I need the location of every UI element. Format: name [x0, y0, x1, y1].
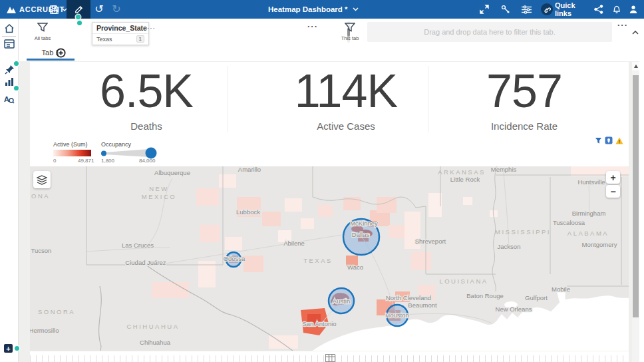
- heatmap-widget: 6.5K Deaths 114K Active Cases 757 Incide…: [30, 62, 629, 351]
- filter-drop-zone[interactable]: Drag and drop data here to filter this t…: [367, 22, 612, 42]
- quick-links-button[interactable]: [540, 0, 554, 19]
- zoom-in-button[interactable]: +: [606, 171, 620, 184]
- redo-button[interactable]: ↻: [109, 0, 124, 19]
- vertical-scrollbar[interactable]: [632, 62, 639, 362]
- filter-chip-notification-dot: [77, 21, 82, 25]
- layers-icon: [37, 175, 47, 185]
- undo-icon: ↺: [94, 4, 103, 15]
- account-button[interactable]: [627, 0, 640, 19]
- pencil-icon: [74, 5, 84, 15]
- map-widget-icon[interactable]: [605, 136, 613, 144]
- map-state-label: CHIHUAHUA: [127, 323, 180, 330]
- zoom-out-button[interactable]: −: [606, 185, 620, 198]
- undo-button[interactable]: ↺: [92, 0, 106, 19]
- pen-tool-icon: [501, 5, 510, 14]
- layers-button[interactable]: [33, 171, 51, 188]
- color-legend-title: Active (Sum): [53, 141, 88, 148]
- scrollbar-thumb[interactable]: [633, 75, 639, 317]
- fullscreen-button[interactable]: [478, 0, 491, 19]
- all-tabs-section-menu[interactable]: ···: [307, 21, 318, 31]
- collapsed-table-widget[interactable]: [30, 351, 629, 362]
- size-legend-min: 1,800: [101, 158, 114, 164]
- bell-icon: [612, 5, 621, 14]
- map-label: Little Rock: [450, 176, 480, 183]
- save-icon: [49, 5, 59, 15]
- dashboard-title-menu[interactable]: Heatmap Dashboard *: [268, 0, 359, 19]
- map-label: Las Cruces: [122, 242, 154, 249]
- map-label: McKinney: [350, 220, 378, 227]
- all-tabs-label: All tabs: [31, 35, 55, 41]
- redo-icon: ↻: [112, 4, 120, 15]
- dashboard-title: Heatmap Dashboard *: [268, 5, 348, 13]
- sidebar-item-charts[interactable]: [4, 76, 15, 87]
- color-legend-max: 49,871: [78, 158, 91, 164]
- quick-links-label-button[interactable]: Quick links: [555, 0, 593, 19]
- share-button[interactable]: [592, 0, 605, 19]
- heatmap-map[interactable]: Albuquerque Tucson Las Cruces Ciudad Juá…: [30, 166, 629, 351]
- sidebar-item-text-search[interactable]: A: [4, 94, 15, 104]
- map-label: Hermosillo: [30, 327, 59, 334]
- add-widget-button[interactable]: +: [4, 344, 13, 353]
- kpi-incidence-rate-value: 757: [428, 67, 621, 116]
- warning-icon[interactable]: [615, 137, 623, 144]
- scroll-up-button[interactable]: [632, 62, 639, 71]
- map-label: Tucson: [31, 247, 52, 254]
- map-label: Amarillo: [238, 166, 261, 173]
- left-sidebar: A +: [0, 19, 19, 362]
- this-tab-filter-button[interactable]: This tab: [337, 23, 363, 41]
- map-label: Birmingham: [572, 210, 606, 217]
- fullscreen-icon: [480, 5, 489, 14]
- sliders-icon: [522, 5, 532, 14]
- collapse-filterbar-button[interactable]: [632, 25, 639, 37]
- all-tabs-filter-button[interactable]: All tabs: [31, 23, 55, 41]
- kpi-deaths-value: 6.5K: [50, 67, 243, 116]
- kpi-incidence-rate-label: Incidence Rate: [428, 120, 621, 132]
- add-tab-button[interactable]: [56, 48, 66, 58]
- map-state-label: ARKANSAS: [438, 168, 486, 176]
- sidebar-item-home[interactable]: [4, 23, 15, 33]
- map-label: Huntsville: [577, 178, 605, 186]
- color-legend-gradient[interactable]: [53, 150, 91, 156]
- annotate-pen-button[interactable]: [499, 0, 512, 19]
- filter-chip-menu[interactable]: ···: [147, 25, 156, 32]
- filter-chip-province-state[interactable]: Province_State ··· Texas 1: [92, 22, 149, 45]
- map-state-label: ZONA: [30, 192, 50, 200]
- pin-icon: [5, 65, 15, 75]
- kpi-incidence-rate[interactable]: 757 Incidence Rate: [428, 67, 621, 132]
- home-icon: [4, 23, 15, 33]
- settings-sliders-button[interactable]: [520, 0, 533, 19]
- map-label: Austin: [333, 297, 350, 305]
- tab-filters-menu[interactable]: ···: [617, 20, 628, 30]
- applied-filter-icon[interactable]: [595, 137, 602, 144]
- size-legend-max: 84,000: [139, 158, 155, 164]
- map-label: Ciudad Juárez: [125, 259, 166, 266]
- map-state-label: ALABAMA: [567, 230, 609, 237]
- tab-tab1[interactable]: Tab 1: [27, 45, 75, 60]
- kpi-active-cases-value: 114K: [249, 67, 442, 116]
- color-legend-min: 0: [53, 158, 56, 164]
- chevron-down-icon: [353, 7, 359, 11]
- save-button[interactable]: [47, 0, 61, 19]
- map-label: Memphis: [491, 166, 517, 173]
- kpi-deaths-label: Deaths: [50, 120, 243, 132]
- archive-box-icon: [4, 39, 15, 49]
- kpi-active-cases[interactable]: 114K Active Cases: [249, 67, 442, 132]
- funnel-icon: [345, 23, 355, 32]
- map-label: Lubbock: [236, 208, 260, 216]
- kpi-deaths[interactable]: 6.5K Deaths: [50, 67, 243, 132]
- bar-chart-icon: [5, 77, 14, 86]
- map-label: Tuscaloosa: [553, 219, 585, 226]
- app-window: ACCRUENT ↺ ↻ Heatmap Dashboard *: [0, 0, 644, 362]
- filter-count-badge: 1: [136, 35, 144, 43]
- map-state-label: TEXAS: [303, 257, 333, 264]
- map-state-label: NEW: [149, 185, 169, 192]
- svg-text:A: A: [4, 95, 9, 103]
- notifications-button[interactable]: [610, 0, 623, 19]
- active-tab-underline: [27, 59, 75, 61]
- widget-status-icons: [595, 136, 623, 144]
- sidebar-item-datasets[interactable]: [4, 39, 15, 49]
- sidebar-item-pinboards[interactable]: [4, 64, 15, 75]
- right-margin: [639, 61, 644, 362]
- map-label: Houston: [385, 311, 408, 319]
- plus-circle-icon: [56, 48, 66, 58]
